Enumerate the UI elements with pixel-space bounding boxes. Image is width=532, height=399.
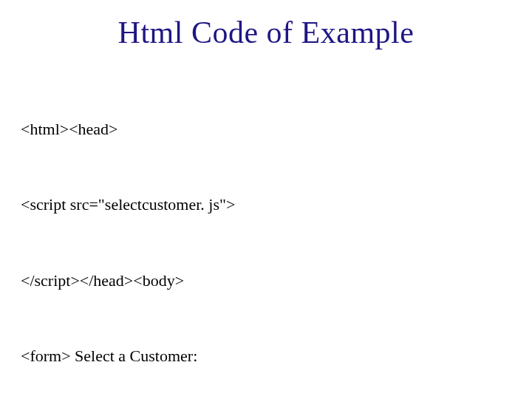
code-line: <script src="selectcustomer. js"> [21,192,511,217]
code-block: <html><head> <script src="selectcustomer… [21,66,511,399]
code-line: <form> Select a Customer: [21,344,511,369]
slide: Html Code of Example <html><head> <scrip… [0,0,532,399]
code-line: <html><head> [21,117,511,142]
slide-title: Html Code of Example [21,15,511,50]
code-line: </script></head><body> [21,268,511,293]
